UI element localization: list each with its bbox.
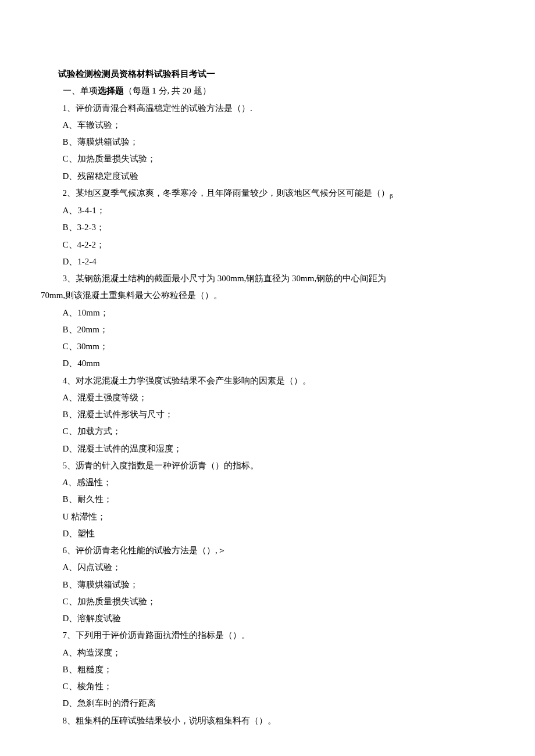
q5-opt-d: D、塑性 — [41, 525, 494, 542]
q4-opt-a: A、混凝土强度等级； — [41, 389, 494, 406]
q6-opt-d: D、溶解度试验 — [41, 610, 494, 627]
q6-opt-c: C、加热质量损失试验； — [41, 593, 494, 610]
q6-opt-a: A、闪点试验； — [41, 559, 494, 576]
q6-stem: 6、评价沥青老化性能的试验方法是（）,＞ — [41, 542, 494, 559]
q5-opt-c: U 粘滞性； — [41, 508, 494, 525]
q1-opt-a: A、车辙试验； — [41, 117, 494, 134]
section-suffix: （每题 1 分, 共 20 题） — [124, 86, 211, 95]
exam-document: 试验检测检测员资格材料试验科目考试一 一、单项选择题（每题 1 分, 共 20 … — [0, 0, 535, 756]
q1-stem: 1、评价沥青混合料高温稳定性的试验方法是（）. — [41, 100, 494, 117]
q2-opt-c: C、4-2-2； — [41, 237, 494, 253]
q7-opt-b: B、粗糙度； — [41, 661, 494, 678]
section-prefix: 一、单项 — [63, 86, 98, 95]
q2-stem: 2、某地区夏季气候凉爽，冬季寒冷，且年降雨量较少，则该地区气候分区可能是（）β — [41, 185, 494, 202]
q5-opt-a-letter: A — [63, 478, 68, 487]
q1-opt-b: B、薄膜烘箱试验； — [41, 134, 494, 151]
q3-opt-c: C、30mm； — [41, 338, 494, 355]
section-header: 一、单项选择题（每题 1 分, 共 20 题） — [41, 82, 494, 99]
q4-opt-b: B、混凝土试件形状与尺寸； — [41, 406, 494, 423]
q2-stem-sub: β — [390, 192, 393, 199]
q3-opt-b: B、20mm； — [41, 321, 494, 338]
q5-opt-c-text: 粘滞性； — [69, 512, 106, 521]
q7-stem: 7、下列用于评价沥青路面抗滑性的指标是（）。 — [41, 627, 494, 644]
q3-stem-line2: 70mm,则该混凝土重集料最大公称粒径是（）。 — [41, 287, 494, 304]
q5-opt-c-letter: U — [63, 512, 69, 521]
q5-opt-a: A、感温性； — [41, 474, 494, 491]
q5-opt-b: B、耐久性； — [41, 491, 494, 508]
q1-opt-c: C、加热质量损失试验； — [41, 151, 494, 167]
q5-stem: 5、沥青的针入度指数是一种评价沥青（）的指标。 — [41, 457, 494, 474]
q6-opt-b: B、薄膜烘箱试验； — [41, 576, 494, 593]
q8-stem: 8、粗集料的压碎试验结果较小，说明该粗集料有（）。 — [41, 712, 494, 729]
q4-stem: 4、对水泥混凝土力学强度试验结果不会产生影响的因素是（）。 — [41, 372, 494, 389]
q7-opt-c: C、棱角性； — [41, 678, 494, 695]
q2-stem-prefix: 2、某地区夏季气候凉爽，冬季寒冷，且年降雨量较少，则该地区气候分区可能是（） — [63, 188, 390, 198]
document-title: 试验检测检测员资格材料试验科目考试一 — [41, 65, 494, 82]
q7-opt-a: A、构造深度； — [41, 644, 494, 661]
q3-opt-d: D、40mm — [41, 355, 494, 372]
section-bold: 选择题 — [98, 85, 124, 95]
q4-opt-d: D、混凝土试件的温度和湿度； — [41, 440, 494, 457]
q1-opt-d: D、残留稳定度试验 — [41, 168, 494, 185]
q2-opt-b: B、3-2-3； — [41, 219, 494, 236]
q3-opt-a: A、10mm； — [41, 304, 494, 321]
q2-opt-d: D、1-2-4 — [41, 253, 494, 270]
q5-opt-a-text: 、感温性； — [68, 478, 112, 487]
q3-stem-line1: 3、某钢筋混凝土结构的截面最小尺寸为 300mm,钢筋直径为 30mm,钢筋的中… — [41, 270, 494, 287]
q4-opt-c: C、加载方式； — [41, 423, 494, 440]
q7-opt-d: D、急刹车时的滑行距离 — [41, 695, 494, 712]
q2-opt-a: A、3-4-1； — [41, 202, 494, 219]
